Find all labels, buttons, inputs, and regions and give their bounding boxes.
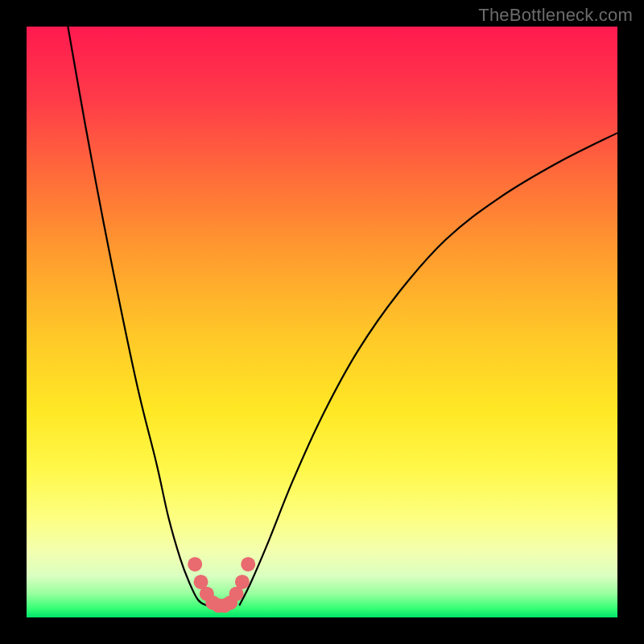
valley-dot: [188, 557, 202, 572]
valley-dot: [235, 575, 250, 589]
chart-frame: TheBottleneck.com: [0, 0, 644, 644]
valley-marker-dots: [188, 557, 255, 613]
curve-layer: [27, 27, 617, 617]
bottleneck-curve-right: [239, 133, 617, 605]
watermark-label: TheBottleneck.com: [478, 5, 633, 26]
bottleneck-curve-left: [68, 27, 206, 605]
valley-dot: [241, 557, 255, 572]
plot-area: [27, 27, 617, 617]
